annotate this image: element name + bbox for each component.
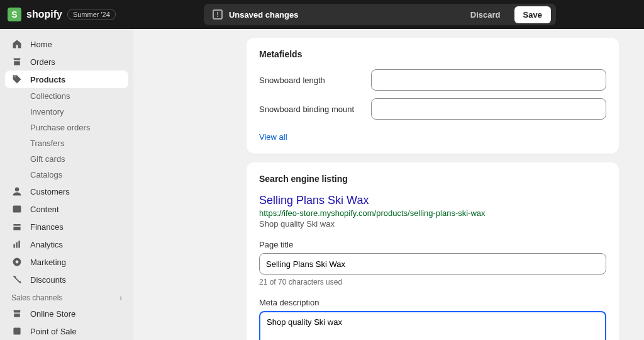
nav-label: Point of Sale <box>30 327 77 336</box>
metafields-title: Metafields <box>259 49 606 59</box>
nav-discounts[interactable]: Discounts <box>5 271 128 288</box>
nav-gift-cards[interactable]: Gift cards <box>5 151 128 167</box>
chevron-right-icon: › <box>119 293 122 302</box>
season-badge: Summer '24 <box>67 9 116 20</box>
snowboard-length-input[interactable] <box>371 69 606 91</box>
nav-online-store[interactable]: Online Store <box>5 305 128 322</box>
nav-home[interactable]: Home <box>5 35 128 53</box>
nav-label: Discounts <box>30 275 66 285</box>
svg-rect-2 <box>13 244 14 248</box>
sales-channels-header[interactable]: Sales channels › <box>5 288 128 305</box>
discard-button[interactable]: Discard <box>464 6 507 23</box>
sidebar: Home Orders Products Collections Invento… <box>0 29 133 340</box>
nav-content[interactable]: Content <box>5 200 128 218</box>
marketing-icon <box>11 256 23 268</box>
nav-label: Products <box>30 75 65 84</box>
home-icon <box>11 38 23 50</box>
nav-orders[interactable]: Orders <box>5 53 128 71</box>
nav-inventory[interactable]: Inventory <box>5 104 128 120</box>
nav-label: Content <box>30 205 59 214</box>
metafields-card: Metafields Snowboard length Snowboard bi… <box>247 38 619 154</box>
unsaved-bar: ! Unsaved changes Discard Save <box>204 4 556 25</box>
snowboard-length-label: Snowboard length <box>259 76 371 85</box>
products-icon <box>11 74 23 85</box>
nav-label: Orders <box>30 57 55 67</box>
nav-label: Marketing <box>30 258 66 267</box>
brand-area: S shopify Summer '24 <box>8 8 116 21</box>
pos-icon <box>11 326 23 337</box>
meta-desc-label: Meta description <box>259 298 606 307</box>
content-icon <box>11 203 23 215</box>
nav-analytics[interactable]: Analytics <box>5 235 128 253</box>
nav-label: Online Store <box>30 309 75 319</box>
finances-icon <box>11 221 23 232</box>
seo-heading: Search engine listing <box>259 174 606 184</box>
snowboard-binding-label: Snowboard binding mount <box>259 105 371 114</box>
seo-preview-desc: Shop quality Ski wax <box>259 219 606 229</box>
svg-rect-3 <box>16 242 17 248</box>
content-area: Metafields Snowboard length Snowboard bi… <box>133 29 644 340</box>
nav-products[interactable]: Products <box>5 71 128 88</box>
page-title-input[interactable] <box>259 253 606 275</box>
svg-point-6 <box>16 261 19 264</box>
store-icon <box>11 308 23 319</box>
orders-icon <box>11 56 23 67</box>
section-label: Sales channels <box>11 293 62 302</box>
nav-label: Home <box>30 40 52 49</box>
page-title-label: Page title <box>259 240 606 249</box>
nav-label: Finances <box>30 222 64 232</box>
snowboard-binding-input[interactable] <box>371 98 606 120</box>
save-button[interactable]: Save <box>514 6 551 23</box>
nav-finances[interactable]: Finances <box>5 218 128 235</box>
nav-transfers[interactable]: Transfers <box>5 135 128 151</box>
nav-customers[interactable]: Customers <box>5 183 128 200</box>
nav-collections[interactable]: Collections <box>5 88 128 104</box>
customers-icon <box>11 186 23 197</box>
alert-icon: ! <box>213 9 223 20</box>
nav-catalogs[interactable]: Catalogs <box>5 167 128 183</box>
nav-purchase-orders[interactable]: Purchase orders <box>5 120 128 135</box>
page-title-help: 21 of 70 characters used <box>259 278 606 286</box>
meta-desc-textarea[interactable] <box>259 311 606 340</box>
svg-rect-7 <box>13 327 20 334</box>
seo-preview-url: https://ifeo-store.myshopify.com/product… <box>259 208 606 218</box>
svg-rect-1 <box>13 205 21 212</box>
discounts-icon <box>11 274 23 285</box>
nav-label: Analytics <box>30 240 63 249</box>
shopify-logo-icon: S <box>8 8 21 21</box>
topbar: S shopify Summer '24 ! Unsaved changes D… <box>0 0 644 29</box>
nav-pos[interactable]: Point of Sale <box>5 322 128 340</box>
nav-label: Customers <box>30 187 70 196</box>
svg-rect-4 <box>18 241 19 247</box>
unsaved-text: Unsaved changes <box>229 10 299 20</box>
seo-card: Search engine listing Selling Plans Ski … <box>247 162 619 340</box>
brand-name: shopify <box>26 9 62 20</box>
analytics-icon <box>11 239 23 250</box>
svg-point-0 <box>15 188 19 191</box>
view-all-link[interactable]: View all <box>259 132 287 142</box>
seo-preview-title: Selling Plans Ski Wax <box>259 194 606 207</box>
nav-marketing[interactable]: Marketing <box>5 253 128 271</box>
